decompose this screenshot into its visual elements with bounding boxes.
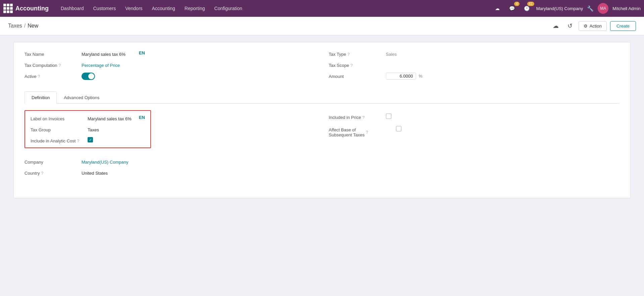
tax-name-row: Tax Name Maryland sales tax 6% EN (24, 50, 315, 57)
tab-definition-content: Label on Invoices Maryland sales tax 6% … (24, 103, 620, 187)
active-help[interactable]: ? (38, 74, 40, 79)
form-top-section: Tax Name Maryland sales tax 6% EN Tax Co… (24, 50, 620, 85)
breadcrumb-separator: / (24, 23, 26, 29)
form-col-left: Tax Name Maryland sales tax 6% EN Tax Co… (24, 50, 315, 85)
breadcrumb-bar: Taxes / New ☁ ↺ ⚙ Action Create (0, 17, 644, 35)
tax-name-value: Maryland sales tax 6% (82, 50, 126, 57)
menu-reporting[interactable]: Reporting (181, 4, 209, 13)
cloud-icon[interactable]: ☁ (492, 3, 503, 14)
refresh-button[interactable]: ↺ (565, 21, 575, 31)
included-price-row: Included in Price ? (329, 114, 620, 120)
country-value: United States (82, 169, 108, 176)
toggle-knob (88, 73, 94, 79)
country-row: Country ? United States (24, 169, 315, 176)
active-row: Active ? (24, 73, 315, 80)
company-row: Company Maryland(US) Company (24, 158, 315, 165)
breadcrumb: Taxes / New (8, 23, 38, 29)
company-label: Company (24, 158, 82, 165)
label-on-invoices-row: Label on Invoices Maryland sales tax 6% … (31, 115, 145, 121)
settings-icon[interactable]: 🔧 (587, 5, 594, 12)
form-card: Tax Name Maryland sales tax 6% EN Tax Co… (13, 42, 631, 198)
tax-type-label: Tax Type ? (329, 50, 386, 57)
included-price-label: Included in Price ? (329, 114, 386, 120)
tax-computation-label: Tax Computation ? (24, 61, 82, 68)
tab-advanced-options[interactable]: Advanced Options (57, 91, 106, 103)
included-price-help[interactable]: ? (362, 115, 365, 120)
tax-group-label: Tax Group (31, 126, 88, 132)
label-on-invoices-label: Label on Invoices (31, 115, 88, 121)
amount-label: Amount (329, 73, 386, 79)
tax-type-help[interactable]: ? (347, 52, 350, 57)
affect-base-help[interactable]: ? (366, 130, 368, 135)
tax-group-value: Taxes (88, 126, 99, 132)
included-price-checkbox[interactable] (386, 114, 391, 119)
country-label: Country ? (24, 169, 82, 176)
label-on-invoices-value: Maryland sales tax 6% (88, 115, 132, 121)
activity-badge: 41 (527, 2, 534, 6)
action-label: Action (590, 24, 602, 29)
topnav-right: ☁ 💬 4 🕐 41 Maryland(US) Company 🔧 MA Mit… (492, 3, 641, 14)
amount-field: % (386, 73, 423, 80)
tax-computation-help[interactable]: ? (59, 63, 61, 68)
affect-base-checkbox[interactable] (396, 126, 401, 131)
action-button[interactable]: ⚙ Action (579, 21, 607, 31)
company-value[interactable]: Maryland(US) Company (82, 158, 128, 165)
tax-computation-row: Tax Computation ? Percentage of Price (24, 61, 315, 68)
include-analytic-checkbox-container: ✓ (88, 137, 93, 142)
tax-name-label: Tax Name (24, 50, 82, 57)
main-content: Tax Name Maryland sales tax 6% EN Tax Co… (0, 35, 644, 205)
include-analytic-help[interactable]: ? (77, 139, 79, 143)
breadcrumb-current: New (28, 23, 38, 29)
menu-configuration[interactable]: Configuration (210, 4, 246, 13)
country-help[interactable]: ? (41, 171, 44, 176)
tax-type-row: Tax Type ? Sales (329, 50, 620, 57)
top-navigation: Accounting Dashboard Customers Vendors A… (0, 0, 644, 17)
menu-customers[interactable]: Customers (89, 4, 120, 13)
top-menu: Dashboard Customers Vendors Accounting R… (57, 4, 492, 13)
highlight-box: Label on Invoices Maryland sales tax 6% … (24, 110, 151, 148)
amount-unit: % (419, 74, 423, 79)
chat-badge: 4 (514, 2, 519, 6)
tax-scope-row: Tax Scope ? (329, 61, 620, 68)
include-analytic-row: Include in Analytic Cost ? ✓ (31, 137, 145, 143)
definition-col-left: Label on Invoices Maryland sales tax 6% … (24, 110, 315, 180)
create-button[interactable]: Create (610, 21, 636, 31)
tax-group-row: Tax Group Taxes (31, 126, 145, 132)
menu-dashboard[interactable]: Dashboard (57, 4, 88, 13)
breadcrumb-actions: ☁ ↺ ⚙ Action Create (550, 21, 636, 31)
tax-scope-label: Tax Scope ? (329, 61, 386, 68)
active-label: Active ? (24, 73, 82, 79)
affect-base-label: Affect Base ofSubsequent Taxes ? (329, 126, 396, 137)
breadcrumb-parent[interactable]: Taxes (8, 23, 22, 29)
tab-definition[interactable]: Definition (24, 91, 57, 103)
chat-icon[interactable]: 💬 4 (507, 3, 517, 14)
en-badge[interactable]: EN (139, 50, 145, 55)
amount-input[interactable] (386, 73, 416, 80)
company-name[interactable]: Maryland(US) Company (536, 6, 583, 11)
avatar[interactable]: MA (598, 3, 608, 14)
menu-accounting[interactable]: Accounting (148, 4, 179, 13)
tax-scope-help[interactable]: ? (350, 63, 353, 68)
upload-button[interactable]: ☁ (550, 21, 561, 31)
active-toggle[interactable] (82, 73, 95, 80)
definition-cols: Label on Invoices Maryland sales tax 6% … (24, 110, 620, 180)
menu-vendors[interactable]: Vendors (121, 4, 146, 13)
include-analytic-label: Include in Analytic Cost ? (31, 137, 88, 143)
form-col-right: Tax Type ? Sales Tax Scope ? Amount (315, 50, 620, 85)
amount-row: Amount % (329, 73, 620, 80)
affect-base-row: Affect Base ofSubsequent Taxes ? (329, 126, 620, 137)
app-brand[interactable]: Accounting (15, 5, 49, 12)
form-tabs: Definition Advanced Options (24, 91, 620, 103)
include-analytic-checkbox[interactable]: ✓ (88, 137, 93, 142)
activity-icon[interactable]: 🕐 41 (522, 3, 532, 14)
apps-icon[interactable] (3, 4, 13, 13)
gear-icon: ⚙ (584, 24, 588, 29)
label-en-badge[interactable]: EN (139, 115, 145, 120)
tax-computation-value[interactable]: Percentage of Price (82, 61, 120, 68)
tax-type-value: Sales (386, 50, 397, 57)
definition-col-right: Included in Price ? Affect Base ofSubseq… (315, 110, 620, 180)
username[interactable]: Mitchell Admin (612, 6, 641, 11)
